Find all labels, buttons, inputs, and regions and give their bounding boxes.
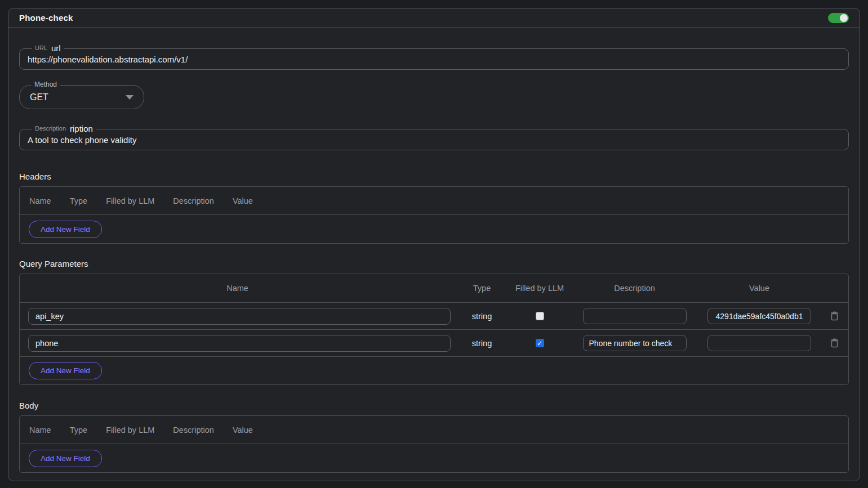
description-label-small: Description — [35, 126, 66, 133]
col-value: Value — [698, 284, 820, 293]
description-label-overlap: ription — [70, 124, 93, 133]
url-label-overlap: url — [51, 44, 61, 52]
col-filled-by-llm: Filled by LLM — [509, 284, 571, 293]
query-params-rows: string string ✓ — [20, 302, 848, 356]
body-add-field-button[interactable]: Add New Field — [29, 450, 102, 467]
param-type: string — [455, 312, 509, 321]
headers-table-footer: Add New Field — [20, 215, 848, 243]
col-filled-by-llm: Filled by LLM — [106, 196, 154, 205]
col-value: Value — [233, 426, 253, 435]
trash-icon — [830, 311, 839, 321]
query-param-row: string — [20, 302, 848, 329]
url-field-label: URL url — [32, 44, 64, 52]
body-table-footer: Add New Field — [20, 444, 848, 472]
method-select[interactable]: Method GET — [19, 85, 144, 109]
tool-config-card: Phone-check URL url Method GET Descripti… — [8, 8, 860, 481]
delete-row-button[interactable] — [827, 337, 841, 350]
col-type: Type — [70, 426, 87, 435]
headers-section-title: Headers — [19, 172, 849, 181]
method-value: GET — [30, 92, 48, 102]
col-description: Description — [173, 426, 214, 435]
col-description: Description — [173, 196, 214, 205]
description-input[interactable] — [28, 135, 840, 145]
col-type: Type — [455, 284, 509, 293]
toggle-knob — [840, 14, 848, 22]
param-name-input[interactable] — [28, 335, 451, 352]
url-field: URL url — [19, 48, 849, 70]
col-value: Value — [233, 196, 253, 205]
query-params-table-head: Name Type Filled by LLM Description Valu… — [20, 274, 848, 302]
col-name: Name — [29, 196, 51, 205]
col-filled-by-llm: Filled by LLM — [106, 426, 154, 435]
headers-table: Name Type Filled by LLM Description Valu… — [19, 186, 849, 244]
param-name-input[interactable] — [28, 308, 451, 325]
query-params-table: Name Type Filled by LLM Description Valu… — [19, 274, 849, 385]
headers-table-head: Name Type Filled by LLM Description Valu… — [20, 187, 848, 215]
body-table: Name Type Filled by LLM Description Valu… — [19, 415, 849, 473]
query-params-section-title: Query Parameters — [19, 259, 849, 268]
body-table-head: Name Type Filled by LLM Description Valu… — [20, 416, 848, 444]
filled-by-llm-checkbox[interactable]: ✓ — [536, 339, 544, 347]
param-type: string — [455, 339, 509, 348]
query-param-row: string ✓ — [20, 329, 848, 356]
url-label-small: URL — [35, 45, 47, 52]
col-description: Description — [571, 284, 698, 293]
col-type: Type — [70, 196, 87, 205]
body-section-title: Body — [19, 401, 849, 410]
param-description-input[interactable] — [583, 335, 687, 351]
titlebar: Phone-check — [8, 8, 860, 28]
param-value-input[interactable] — [707, 335, 811, 351]
filled-by-llm-checkbox[interactable] — [536, 312, 544, 320]
trash-icon — [830, 338, 839, 348]
description-field-label: Description ription — [32, 124, 96, 133]
headers-add-field-button[interactable]: Add New Field — [29, 221, 102, 238]
param-value-input[interactable] — [707, 308, 811, 324]
method-label: Method — [31, 81, 60, 88]
col-name: Name — [20, 284, 455, 293]
enabled-toggle[interactable] — [828, 13, 849, 23]
col-name: Name — [29, 426, 51, 435]
delete-row-button[interactable] — [827, 310, 841, 323]
description-field: Description ription — [19, 129, 849, 150]
query-params-add-field-button[interactable]: Add New Field — [29, 362, 102, 379]
tool-title: Phone-check — [19, 13, 73, 23]
param-description-input[interactable] — [583, 308, 687, 324]
url-input[interactable] — [28, 55, 840, 64]
chevron-down-icon — [126, 95, 133, 100]
query-params-table-footer: Add New Field — [20, 356, 848, 384]
